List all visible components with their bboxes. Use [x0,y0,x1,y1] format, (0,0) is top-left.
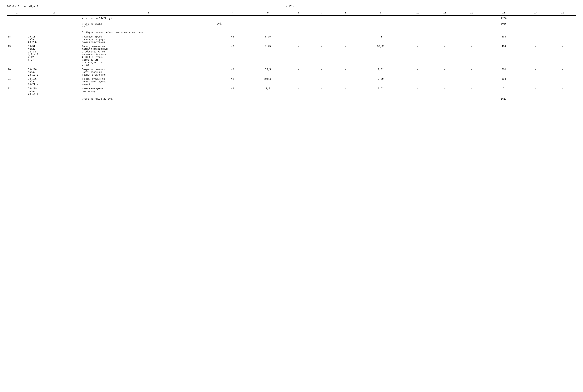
i19-c13: 404 [485,44,522,68]
fs-c13: I6II [485,96,522,102]
i21-c7: – [310,77,334,86]
sr2-c2 [27,21,81,29]
fs-c15 [549,96,576,102]
sr1-c13: 2256 [485,16,522,21]
i22-c6: – [286,86,310,96]
i20-c9: I,32 [357,68,404,77]
sr2-c6 [286,21,310,29]
i22-c3: Нанесение цвет-ных колец [81,86,216,96]
sr2-c8 [334,21,357,29]
item-row-18: I8 I9–IIтабл.28-2-б Изоляция трубо-прово… [7,35,576,44]
col-header-2: 2 [27,10,81,16]
sr2-c15 [549,21,576,29]
fs-label: Итого по пп.I8-22 руб. [81,96,249,102]
fs-c10 [404,96,431,102]
sr2-c7 [310,21,334,29]
i21-c14: – [522,77,549,86]
col-header-14: I4 [522,10,549,16]
i21-c15: – [549,77,576,86]
i19-c11: – [431,44,458,68]
i22-c10: – [404,86,431,96]
page-number: - 17 - [286,5,295,8]
item-row-19: I9 I9–5Iтабл.28-3-гЦ.I,ч.Iр.IУп.37 То же… [7,44,576,68]
i19-c5: 7,75 [250,44,286,68]
col-header-1: I [7,10,27,16]
sh-c2 [27,29,81,35]
i18-c3: Изоляция трубо-проводов скорлу-пами перл… [81,35,216,44]
i22-c4: м2 [216,86,250,96]
i18-c2: I9–IIтабл.28-2-б [27,35,81,44]
sr1-label: Итого по пп.I4–I7 руб. [81,16,249,21]
sr2-c13: 3066 [485,21,522,29]
i22-c9: 0,52 [357,86,404,96]
i18-c8: – [334,35,357,44]
col-header-11: II [431,10,458,16]
i20-c15: – [549,68,576,77]
fs-c2 [27,96,81,102]
section-header-row: П. Строительные работы,связанные с монта… [7,29,576,35]
sr1-c14 [522,16,549,21]
i18-c11: – [431,35,458,44]
i20-c6: – [286,68,310,77]
item-row-21: 2I I9–I86табл.28-II-з То же, сталью тон-… [7,77,576,86]
i21-c4: м2 [216,77,250,86]
i18-c5: 5,75 [250,35,286,44]
i20-c1: 20 [7,68,27,77]
i20-c4: м2 [216,68,250,77]
sr2-c5 [250,21,286,29]
i22-c7: – [310,86,334,96]
footer-summary-row: Итого по пп.I8-22 руб. I6II [7,96,576,102]
i18-c10: – [404,35,431,44]
sr1-c9 [357,16,404,21]
summary-row-1: Итого по пп.I4–I7 руб. 2256 [7,16,576,21]
section-title: П. Строительные работы,связанные с монта… [81,29,576,35]
i19-c7: – [310,44,334,68]
sr2-unit: руб. [216,21,250,29]
i20-c12: – [458,68,485,77]
col-header-3: 3 [81,10,216,16]
i22-c14: – [522,86,549,96]
i20-c7: – [310,68,334,77]
sr2-label: Итого по разде-лу I [81,21,216,29]
column-header-row: I 2 3 4 5 6 7 8 9 IO II I2 I3 I4 I5 [7,10,576,16]
col-header-10: IO [404,10,431,16]
i20-c10: – [404,68,431,77]
sr2-c9 [357,21,404,29]
header-center: - 17 - [38,5,542,8]
col-header-9: 9 [357,10,404,16]
sr2-c10 [404,21,431,29]
sr1-c7 [310,16,334,21]
i22-c11: – [431,86,458,96]
sr1-c2 [27,16,81,21]
col-header-13: I3 [485,10,522,16]
i22-c8: – [334,86,357,96]
main-table: I 2 3 4 5 6 7 8 9 IO II I2 I3 I4 I5 Итог… [7,10,576,102]
i20-c5: 75,5 [250,68,286,77]
i19-c8: – [334,44,357,68]
sr1-c12 [458,16,485,21]
i22-c1: 22 [7,86,27,96]
sr1-c8 [334,16,357,21]
i18-c6: – [286,35,310,44]
i18-c4: м3 [216,35,250,44]
fs-c7 [310,96,334,102]
sr2-c1 [7,21,27,29]
col-header-6: 6 [286,10,310,16]
i22-c13: 5 [485,86,522,96]
i18-c13: 408 [485,35,522,44]
i20-c13: IOO [485,68,522,77]
i19-c2: I9–5Iтабл.28-3-гЦ.I,ч.Iр.IУп.37 [27,44,81,68]
sr1-c1 [7,16,27,21]
sh-c1 [7,29,27,35]
i21-c9: 2,79 [357,77,404,86]
i21-c13: 694 [485,77,522,86]
item-row-20: 20 I9–200табл.28-I3-д Покрытие поверх-но… [7,68,576,77]
sr2-c12 [458,21,485,29]
i19-c14: – [522,44,549,68]
i19-c3: То же, матами мин-ватными прошивнымив об… [81,44,216,68]
i18-c1: I8 [7,35,27,44]
page-header: 903-2-15 Ал.УП,ч.5 - 17 - [7,5,576,8]
i21-c5: 248,6 [250,77,286,86]
i19-c6: – [286,44,310,68]
i21-c12: – [458,77,485,86]
